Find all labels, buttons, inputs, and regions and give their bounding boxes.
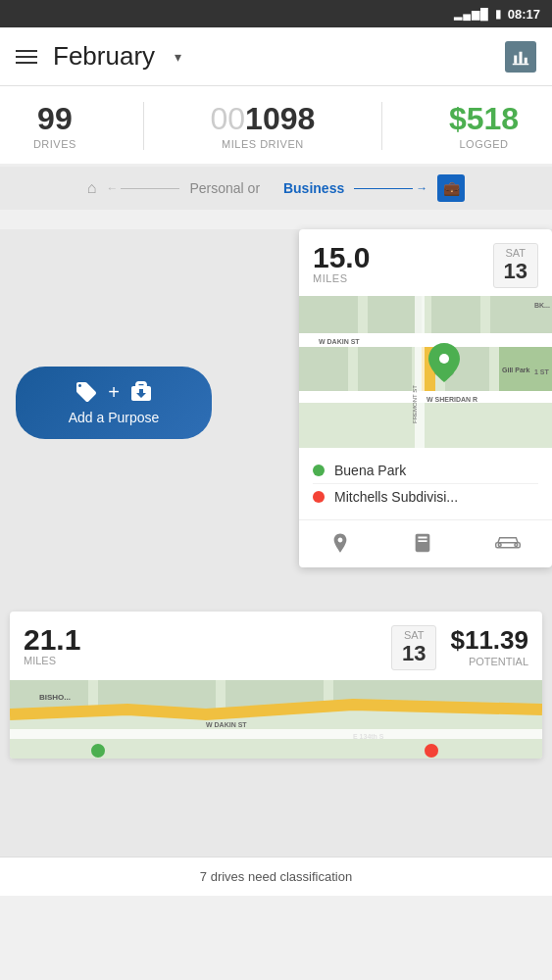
svg-text:BK...: BK...: [534, 302, 550, 309]
map-svg: W DAKIN ST Gill Park W SHERIDAN R FREMON…: [299, 296, 552, 448]
origin-dot: [313, 465, 325, 476]
svg-rect-12: [358, 347, 412, 391]
second-trip-date-badge: SAT 13: [391, 625, 436, 670]
pin-action-icon: [330, 532, 350, 556]
time-display: 08:17: [508, 7, 540, 22]
trip-card: 15.0 MILES SAT 13 W DAKIN ST: [299, 229, 552, 567]
status-bar: ▂▄▆█ ▮ 08:17: [0, 0, 552, 27]
header: February ▾: [0, 27, 552, 86]
business-text: Business: [283, 180, 344, 196]
second-miles-label: MILES: [24, 655, 377, 666]
action-row: [299, 519, 552, 567]
svg-text:W SHERIDAN R: W SHERIDAN R: [427, 396, 477, 403]
svg-rect-6: [368, 296, 422, 333]
origin-row: Buena Park: [313, 458, 538, 484]
svg-point-22: [439, 354, 449, 364]
menu-button[interactable]: [16, 50, 37, 64]
logged-stat: $518 LOGGED: [449, 102, 519, 150]
book-action-icon: [412, 532, 433, 554]
svg-rect-3: [513, 63, 529, 65]
svg-point-36: [425, 744, 438, 758]
drives-stat: 99 DRIVES: [33, 102, 76, 150]
trip-map: W DAKIN ST Gill Park W SHERIDAN R FREMON…: [299, 296, 552, 448]
second-trip-card: 21.1 MILES SAT 13 $11.39 POTENTIAL: [10, 612, 542, 759]
car-action-icon: [495, 532, 521, 552]
destination-name: Mitchells Subdivisi...: [334, 489, 458, 505]
pb-text: Personal or: [189, 180, 260, 196]
logged-value: $518: [449, 102, 519, 136]
chart-button[interactable]: [505, 41, 536, 73]
book-action[interactable]: [398, 528, 447, 560]
svg-rect-7: [431, 296, 480, 333]
add-purpose-button[interactable]: + Add a Purpose: [16, 367, 212, 439]
svg-point-35: [91, 744, 105, 758]
destination-row: Mitchells Subdivisi...: [313, 484, 538, 510]
svg-text:W DAKIN ST: W DAKIN ST: [319, 338, 360, 345]
drives-value: 99: [33, 102, 76, 136]
trip-miles: 15.0 MILES: [313, 243, 370, 284]
pb-bar[interactable]: ⌂ ← Personal or Business → 💼: [0, 167, 552, 210]
svg-rect-0: [514, 55, 517, 63]
locations: Buena Park Mitchells Subdivisi...: [299, 448, 552, 519]
arrow-left: ←: [106, 181, 179, 195]
tag-icon: [75, 380, 98, 404]
bottom-bar[interactable]: 7 drives need classification: [0, 857, 552, 896]
car-action[interactable]: [481, 528, 534, 560]
briefcase-add-icon: [129, 380, 153, 404]
second-trip-day-num: 13: [402, 641, 426, 666]
main-content: 15.0 MILES SAT 13 W DAKIN ST: [0, 229, 552, 896]
miles-label: MILES DRIVEN: [211, 138, 316, 150]
svg-rect-34: [10, 729, 542, 739]
logged-label: LOGGED: [449, 138, 519, 150]
add-purpose-label: Add a Purpose: [69, 410, 160, 425]
month-title: February: [53, 41, 155, 72]
svg-rect-17: [299, 391, 552, 403]
trip-miles-value: 15.0: [313, 243, 370, 272]
drives-label: DRIVES: [33, 138, 76, 150]
trip-miles-label: MILES: [313, 272, 370, 284]
add-purpose-icons: +: [75, 380, 153, 404]
svg-text:W DAKIN ST: W DAKIN ST: [206, 721, 247, 728]
svg-rect-5: [299, 296, 358, 333]
classification-text: 7 drives need classification: [200, 869, 352, 884]
dropdown-arrow-icon[interactable]: ▾: [175, 49, 181, 65]
svg-text:BISHO...: BISHO...: [39, 693, 71, 702]
trip-date-badge: SAT 13: [493, 243, 538, 288]
second-trip-day-name: SAT: [402, 629, 426, 641]
second-map-svg: BISHO... W DAKIN ST E 134th S: [10, 680, 542, 759]
chart-bar-icon: [512, 48, 529, 66]
miles-dim: 00: [211, 101, 246, 136]
miles-stat: 001098 MILES DRIVEN: [211, 102, 316, 150]
trip-day-name: SAT: [504, 247, 527, 259]
stats-bar: 99 DRIVES 001098 MILES DRIVEN $518 LOGGE…: [0, 86, 552, 167]
map-pin-action[interactable]: [317, 528, 364, 560]
second-miles-value: 21.1: [24, 625, 377, 655]
destination-dot: [313, 491, 325, 503]
trip-day-num: 13: [504, 259, 527, 284]
second-potential-label: POTENTIAL: [450, 656, 528, 667]
plus-icon: +: [108, 381, 120, 404]
svg-rect-19: [415, 296, 425, 448]
briefcase-icon: 💼: [437, 174, 465, 202]
home-icon: ⌂: [87, 179, 97, 197]
svg-text:FREMONT ST: FREMONT ST: [412, 385, 418, 423]
second-trip-map: BISHO... W DAKIN ST E 134th S: [10, 680, 542, 759]
arrow-right: →: [354, 181, 427, 195]
svg-text:Gill Park: Gill Park: [502, 367, 530, 373]
second-miles: 21.1 MILES: [24, 625, 377, 666]
trip-card-header: 15.0 MILES SAT 13: [299, 229, 552, 296]
svg-text:1 ST: 1 ST: [534, 368, 550, 375]
battery-icon: ▮: [495, 7, 502, 21]
miles-main: 1098: [245, 101, 315, 136]
second-potential-value: $11.39: [450, 625, 528, 656]
miles-value: 001098: [211, 102, 316, 136]
second-trip-header: 21.1 MILES SAT 13 $11.39 POTENTIAL: [10, 612, 542, 680]
second-potential: $11.39 POTENTIAL: [450, 625, 528, 667]
svg-rect-2: [525, 57, 527, 63]
header-left: February ▾: [16, 41, 181, 72]
signal-icon: ▂▄▆█: [454, 8, 489, 21]
svg-rect-1: [520, 51, 523, 63]
svg-rect-11: [299, 347, 348, 391]
origin-name: Buena Park: [334, 463, 406, 478]
